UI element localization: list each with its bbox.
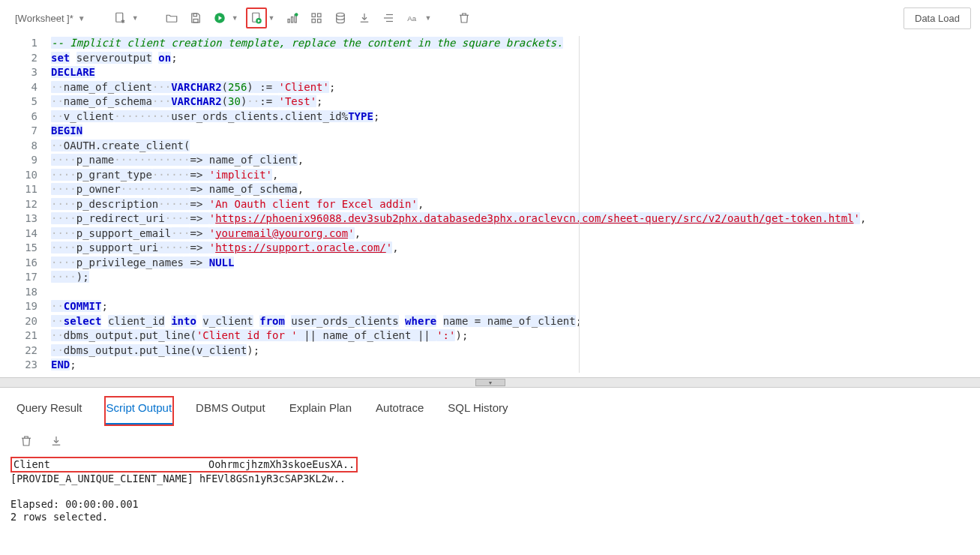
format-icon[interactable] [378,8,399,28]
autotrace-icon[interactable] [306,8,327,28]
open-folder-icon[interactable] [161,8,182,28]
output-tabs: Query ResultScript OutputDBMS OutputExpl… [0,388,980,425]
download-icon[interactable] [48,433,64,449]
svg-rect-10 [292,17,293,23]
chevron-down-icon[interactable]: ▼ [232,14,238,22]
svg-rect-2 [193,14,197,16]
download-icon[interactable] [354,8,375,28]
output-elapsed: Elapsed: 00:00:00.001 [10,498,139,510]
code-editor[interactable]: 1234567891011121314151617181920212223 --… [0,36,980,377]
data-load-button[interactable]: Data Load [904,8,971,29]
svg-rect-15 [312,20,316,23]
chevron-down-icon[interactable]: ▼ [424,14,431,22]
tab-autotrace[interactable]: Autotrace [374,397,425,425]
splitter[interactable]: ▾ [0,377,980,388]
new-worksheet-icon[interactable]: ✱ [109,8,130,28]
svg-rect-9 [288,20,289,23]
trash-icon[interactable] [18,433,34,449]
output-client-id: OohrmcjhzmXh3skoeEusXA.. [208,458,355,470]
chevron-down-icon: ▼ [78,14,85,22]
database-icon[interactable] [330,8,351,28]
line-gutter: 1234567891011121314151617181920212223 [7,36,51,373]
svg-rect-13 [312,14,316,17]
tab-explain-plan[interactable]: Explain Plan [288,397,353,425]
svg-point-17 [337,13,345,16]
code-area[interactable]: -- Implicit client creation template, re… [51,36,980,373]
svg-rect-3 [193,20,198,23]
run-statement-icon[interactable] [209,8,230,28]
output-row2: [PROVIDE_A_UNIQUE_CLIENT_NAME] hFEVl8GSn… [10,472,346,484]
output-toolbar [0,425,980,454]
worksheet-label: [Worksheet ]* [15,13,73,24]
toolbar: [Worksheet ]* ▼ ✱ ▼ ▼ ▼ Aa ▼ Data Load [0,0,980,36]
svg-text:Aa: Aa [408,14,418,22]
svg-text:✱: ✱ [120,19,124,24]
worksheet-selector[interactable]: [Worksheet ]* ▼ [9,10,91,27]
output-client-name: Client [13,458,50,470]
trash-icon[interactable] [454,8,475,28]
svg-point-12 [295,13,298,16]
script-output: Client OohrmcjhzmXh3skoeEusXA.. [PROVIDE… [0,454,980,532]
font-case-icon[interactable]: Aa [402,8,423,28]
tab-sql-history[interactable]: SQL History [446,397,509,425]
tab-query-result[interactable]: Query Result [15,397,84,425]
chevron-down-icon[interactable]: ▼ [268,14,275,22]
save-icon[interactable] [185,8,206,28]
tab-script-output[interactable]: Script Output [105,397,174,425]
svg-rect-16 [318,20,322,23]
run-script-icon[interactable] [246,8,267,28]
tab-dbms-output[interactable]: DBMS Output [194,397,267,425]
output-rowcount: 2 rows selected. [10,511,108,523]
explain-plan-icon[interactable] [282,8,303,28]
grip-icon: ▾ [475,379,505,386]
svg-rect-14 [318,14,322,17]
chevron-down-icon[interactable]: ▼ [132,14,139,22]
